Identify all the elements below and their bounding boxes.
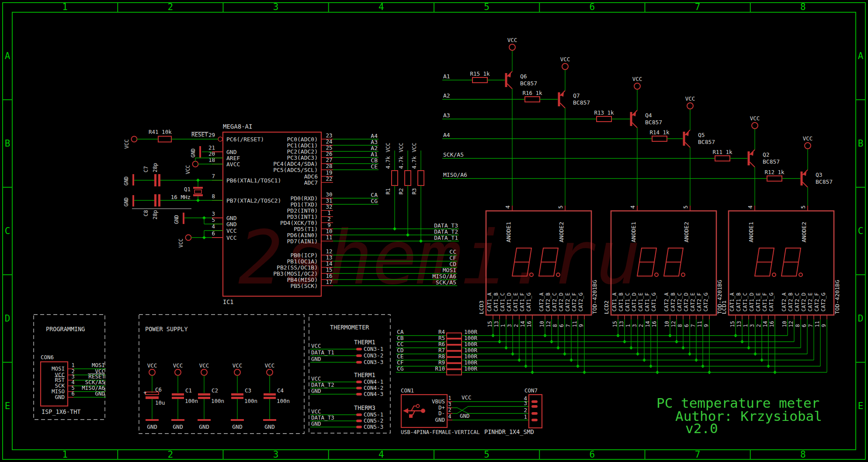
display-cat-label: CAT2_C — [552, 293, 558, 312]
mcu-pin-name: PD4(XCK/T0) — [280, 220, 318, 226]
resistor-body — [525, 97, 540, 102]
net-label-DATA_T1: DATA_T1 — [311, 349, 334, 356]
driver-resistor-label: R11 1k — [712, 149, 733, 155]
mcu-pin-number: 32 — [326, 203, 332, 210]
resistor-body — [652, 136, 667, 141]
display-cat-pin-number: 1 — [743, 324, 749, 327]
mcu-pin-number: 16 — [326, 273, 332, 279]
resistor-value: 4.7k — [385, 156, 391, 169]
cap-plate — [154, 194, 156, 206]
resistor-value: 100R — [464, 365, 478, 372]
display-anode-label: ANODE1 — [630, 222, 637, 242]
net-label-CC: CC — [397, 341, 404, 347]
mcu-pin-number: 7 — [212, 173, 215, 179]
net-label-GND: GND — [311, 388, 321, 394]
mcu-pin-name: PB6(XTAL1/TOSC1) — [226, 177, 281, 184]
net-label-CB: CB — [397, 335, 404, 341]
display-cat-label: CAT1_G — [526, 293, 532, 312]
gnd-symbol — [132, 195, 134, 206]
net-label-CE: CE — [397, 353, 404, 360]
vcc-label: VCC — [178, 238, 184, 248]
vcc-label: VCC — [507, 37, 517, 43]
transistor-part: BC857 — [573, 99, 590, 106]
mcu-pin-number: 22 — [326, 175, 332, 182]
con7-pin-number: 3 — [524, 400, 527, 406]
display-cat-pin-number: 15 — [729, 321, 736, 327]
connector-pad — [356, 354, 362, 357]
net-label-CG: CG — [397, 365, 404, 372]
vcc-label: VCC — [411, 143, 417, 152]
resistor-R3 — [418, 171, 424, 186]
vcc-symbol — [175, 369, 181, 375]
net-label-A2: A2 — [371, 145, 378, 151]
mcu-pin-number: 13 — [326, 254, 332, 261]
mcu-pin-name: PD5(T1) — [294, 226, 318, 232]
mcu-pin-name: PC6(/RESET) — [226, 136, 264, 143]
frame-col-label: 4 — [378, 449, 384, 460]
net-label-DATA_T2: DATA_T2 — [311, 382, 334, 388]
display-cat-pin-number: 7 — [690, 324, 696, 327]
con1-pin-number: 4 — [448, 413, 451, 420]
display-cat-pin-number: 12 — [788, 321, 794, 327]
cap-refdes: C3 — [245, 387, 251, 394]
net-label-VCC: VCC — [462, 394, 472, 401]
net-label-CB: CB — [371, 157, 378, 164]
frame-row-label: E — [858, 401, 864, 411]
mcu-pin-number: 14 — [326, 260, 332, 267]
vcc-label: VCC — [124, 139, 130, 149]
transistor-part: BC857 — [816, 178, 833, 185]
mcu-pin-name: VCC — [226, 228, 236, 234]
transistor-refdes: Q4 — [645, 112, 652, 119]
frame-row-label: D — [858, 313, 864, 324]
vcc-label: VCC — [398, 143, 404, 152]
mcu-pin-number: 6 — [212, 230, 215, 237]
display-cat-label: CAT1_G — [768, 293, 774, 312]
display-cat-label: CAT1_A — [729, 292, 735, 312]
resistor-refdes: R4 — [438, 329, 445, 335]
mcu-pin-number: 31 — [326, 197, 332, 204]
display-cat-label: CAT2_D — [558, 293, 564, 312]
display-refdes: LCD1 — [721, 301, 727, 314]
resistor-value: 4.7k — [411, 156, 417, 169]
mcu-pin-number: 26 — [326, 150, 332, 157]
gnd-symbol — [183, 213, 184, 224]
net-label-DATA_T3: DATA_T3 — [434, 222, 458, 229]
usb-icon — [403, 405, 425, 418]
driver-resistor-label: R16 1k — [522, 90, 542, 96]
net-label-CC: CC — [449, 248, 456, 255]
net-label-A3: A3 — [443, 112, 450, 119]
therm-pin-label: CON3-2 — [364, 352, 383, 359]
mcu-pin-number: 18 — [208, 157, 215, 163]
display-cat-label: CAT1_F — [519, 293, 525, 312]
net-label-CD: CD — [397, 347, 404, 354]
display-cat-pin-number: 3 — [632, 324, 638, 327]
display-cat-label: CAT1_B — [493, 293, 499, 312]
net-label-SCK/A5: SCK/A5 — [443, 151, 464, 158]
cap-plate — [154, 174, 156, 186]
display-cat-label: CAT1_B — [736, 293, 742, 312]
resistor-refdes: R8 — [438, 353, 445, 360]
mcu-pin-number: 19 — [326, 169, 332, 176]
connector-pad — [356, 381, 362, 383]
mcu-pin-number: 29 — [208, 132, 215, 138]
driver-resistor-label: R12 1k — [764, 169, 785, 175]
cap-plate — [264, 393, 276, 396]
shape — [411, 406, 416, 411]
display-cat-label: CAT2_G — [820, 293, 826, 312]
con6-pin-number: 1 — [71, 362, 74, 368]
gnd-symbol — [132, 174, 134, 186]
gnd-label: GND — [190, 148, 196, 158]
display-cat-label: CAT2_G — [578, 293, 584, 312]
connector-pad — [531, 405, 538, 408]
driver-resistor-label: R13 1k — [594, 109, 614, 116]
con1-pin-number: 3 — [448, 401, 451, 407]
frame-col-label: 7 — [695, 449, 701, 460]
cap-value: 100n — [211, 398, 224, 404]
connector-pad — [356, 348, 362, 350]
display-cat-pin-number: 1 — [500, 324, 506, 327]
gnd-symbol — [199, 146, 201, 158]
display-cat-pin-number: 6 — [684, 324, 690, 327]
connector-pad — [356, 426, 362, 428]
display-cat-label: CAT1_A — [611, 292, 618, 312]
cap-refdes: C4 — [277, 387, 284, 394]
